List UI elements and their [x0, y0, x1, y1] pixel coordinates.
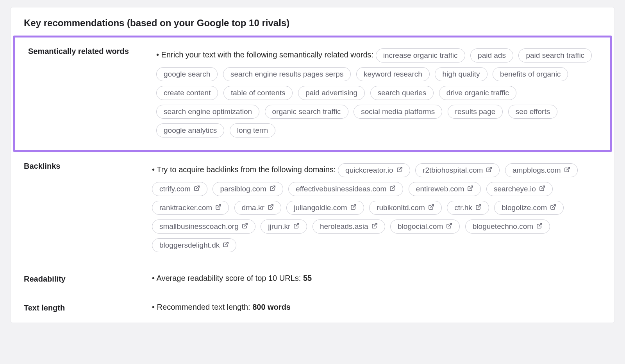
backlink-chip[interactable]: entireweb.com — [409, 182, 481, 196]
section-backlinks: Backlinks • Try to acquire backlinks fro… — [11, 152, 614, 265]
semantic-chip[interactable]: social media platforms — [354, 105, 442, 119]
backlink-chip[interactable]: dma.kr — [234, 201, 281, 215]
external-link-icon — [475, 203, 482, 212]
readability-value: 55 — [303, 274, 312, 282]
semantic-chip[interactable]: search queries — [370, 86, 434, 100]
semantic-chip[interactable]: increase organic traffic — [376, 48, 465, 62]
semantic-chip[interactable]: keyword research — [356, 67, 430, 81]
chip-label: heroleads.asia — [320, 222, 368, 231]
chip-label: create content — [164, 89, 211, 97]
backlink-chip[interactable]: blogocial.com — [390, 219, 460, 234]
backlink-chip[interactable]: bloggersdelight.dk — [152, 238, 236, 252]
chip-label: bloguetechno.com — [473, 222, 533, 231]
semantic-chip[interactable]: results page — [448, 105, 503, 119]
bullet: • — [152, 165, 157, 174]
svg-line-19 — [225, 242, 228, 245]
semantic-lead: Enrich your text with the following sema… — [161, 50, 374, 59]
semantic-chip[interactable]: paid advertising — [298, 86, 365, 100]
svg-line-0 — [399, 167, 402, 170]
external-link-icon — [371, 222, 378, 231]
svg-line-1 — [489, 167, 491, 170]
section-textlength-body: • Recommended text length: 800 words — [152, 303, 601, 312]
textlength-value: 800 words — [252, 303, 291, 311]
semantic-chip[interactable]: google search — [156, 67, 218, 81]
svg-line-10 — [353, 205, 355, 207]
svg-line-5 — [392, 186, 395, 189]
chip-label: effectivebusinessideas.com — [296, 185, 386, 193]
backlink-chip[interactable]: r2tbiohospital.com — [415, 163, 500, 177]
semantic-chip[interactable]: seo efforts — [508, 105, 557, 119]
svg-line-18 — [539, 223, 542, 226]
chip-label: organic search traffic — [272, 107, 341, 116]
backlink-chip[interactable]: heroleads.asia — [312, 219, 385, 234]
svg-line-2 — [566, 167, 569, 170]
semantic-chip[interactable]: search engine results pages serps — [223, 67, 351, 81]
external-link-icon — [242, 222, 248, 231]
svg-line-15 — [296, 223, 299, 226]
chip-label: bloggersdelight.dk — [159, 241, 220, 250]
backlink-chip[interactable]: rubikonltd.com — [369, 201, 442, 215]
semantic-highlight: Semantically related words • Enrich your… — [13, 36, 612, 152]
external-link-icon — [467, 185, 473, 193]
semantic-chip[interactable]: organic search traffic — [265, 105, 348, 119]
backlink-chip[interactable]: quickcreator.io — [338, 163, 410, 177]
external-link-icon — [564, 166, 570, 175]
backlink-chip[interactable]: jjrun.kr — [261, 219, 307, 234]
semantic-chip[interactable]: benefits of organic — [493, 67, 568, 81]
external-link-icon — [486, 166, 492, 175]
external-link-icon — [446, 222, 452, 231]
chip-label: rubikonltd.com — [377, 203, 425, 212]
chip-label: jjrun.kr — [268, 222, 290, 231]
backlink-chip[interactable]: bloguetechno.com — [465, 219, 550, 234]
backlink-chip[interactable]: smallbusinesscoach.org — [152, 219, 255, 234]
backlink-chip[interactable]: ampblogs.com — [505, 163, 578, 177]
section-textlength: Text length • Recommended text length: 8… — [11, 294, 614, 323]
external-link-icon — [215, 203, 221, 212]
semantic-chip[interactable]: drive organic traffic — [439, 86, 516, 100]
backlink-chip[interactable]: effectivebusinessideas.com — [288, 182, 403, 196]
chip-label: entireweb.com — [416, 185, 464, 193]
chip-label: paid ads — [478, 51, 506, 60]
backlink-chip[interactable]: ctrify.com — [152, 182, 207, 196]
semantic-chip[interactable]: search engine optimization — [156, 105, 259, 119]
section-readability-body: • Average readability score of top 10 UR… — [152, 274, 601, 284]
chip-label: ranktracker.com — [159, 203, 212, 212]
external-link-icon — [539, 185, 545, 193]
semantic-chip[interactable]: paid ads — [470, 48, 513, 62]
section-textlength-label: Text length — [19, 303, 152, 312]
chip-label: searcheye.io — [494, 185, 536, 193]
chip-label: ctr.hk — [454, 203, 472, 212]
chip-label: blogolize.com — [502, 203, 547, 212]
chip-label: dma.kr — [242, 203, 264, 212]
bullet: • — [152, 303, 157, 311]
chip-label: high quality — [442, 70, 480, 79]
chip-label: drive organic traffic — [446, 89, 509, 97]
section-backlinks-label: Backlinks — [19, 161, 152, 255]
backlink-chip[interactable]: parsiblog.com — [212, 182, 283, 196]
chip-label: paid advertising — [305, 89, 357, 97]
backlink-chip[interactable]: juliangoldie.com — [286, 201, 364, 215]
chip-label: results page — [455, 107, 496, 116]
semantic-chip[interactable]: create content — [156, 86, 218, 100]
external-link-icon — [350, 203, 357, 212]
svg-line-4 — [272, 186, 275, 189]
card-title: Key recommendations (based on your Googl… — [11, 7, 614, 36]
backlink-chip[interactable]: blogolize.com — [494, 201, 564, 215]
semantic-chips: increase organic traffic paid ads paid s… — [156, 50, 595, 134]
chip-label: table of contents — [231, 89, 285, 97]
backlink-chip[interactable]: ctr.hk — [447, 201, 489, 215]
backlink-chip[interactable]: searcheye.io — [486, 182, 553, 196]
semantic-chip[interactable]: google analytics — [156, 123, 224, 137]
semantic-chip[interactable]: paid search traffic — [518, 48, 592, 62]
chip-label: r2tbiohospital.com — [423, 166, 483, 175]
semantic-chip[interactable]: long term — [230, 123, 275, 137]
external-link-icon — [293, 222, 300, 231]
chip-label: paid search traffic — [526, 51, 584, 60]
textlength-lead: Recommended text length: — [157, 303, 250, 311]
semantic-chip[interactable]: table of contents — [223, 86, 293, 100]
chip-label: smallbusinesscoach.org — [159, 222, 239, 231]
semantic-chip[interactable]: high quality — [435, 67, 487, 81]
section-semantic-label: Semantically related words — [23, 46, 156, 140]
chip-label: juliangoldie.com — [294, 203, 347, 212]
backlink-chip[interactable]: ranktracker.com — [152, 201, 229, 215]
